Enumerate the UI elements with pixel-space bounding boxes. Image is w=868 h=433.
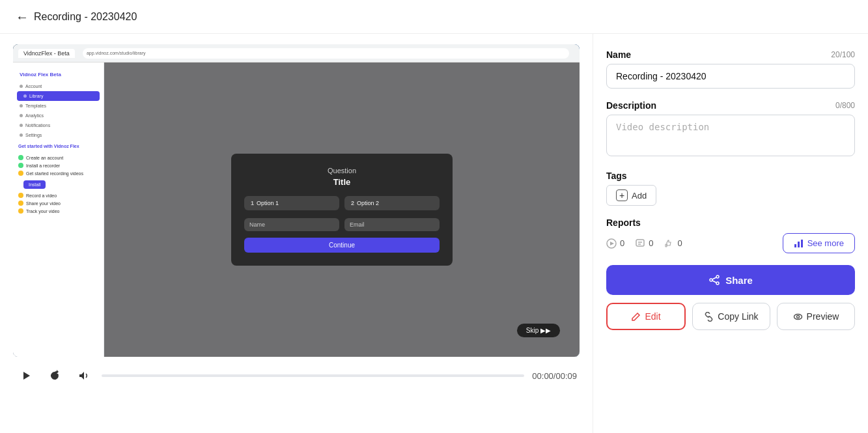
fake-modal: Question Title 1 Option 1 2 Op	[231, 154, 453, 266]
fake-sidebar-library: Library	[17, 91, 100, 101]
fake-email-input: Email	[344, 218, 440, 231]
svg-rect-3	[636, 240, 644, 246]
play-button[interactable]	[16, 365, 36, 386]
reports-header: Reports	[606, 217, 855, 228]
video-player[interactable]: VidnozFlex - Beta app.vidnoz.com/studio/…	[13, 44, 580, 357]
fake-step-5: Share your video	[18, 199, 98, 207]
fake-sidebar-logo: Vidnoz Flex Beta	[13, 68, 104, 81]
fake-modal-overlay: Question Title 1 Option 1 2 Op	[104, 63, 580, 357]
name-label: Name	[606, 49, 631, 60]
fake-modal-question-label: Question	[244, 167, 440, 175]
fake-sidebar-templates: Templates	[13, 101, 104, 111]
description-count: 0/800	[835, 101, 855, 110]
fake-modal-title: Title	[244, 177, 440, 187]
fake-app-body: Vidnoz Flex Beta Account Library Templat…	[13, 63, 580, 357]
name-input[interactable]	[606, 64, 855, 89]
action-buttons-row: Edit Copy Link Preview	[606, 303, 855, 330]
svg-point-12	[716, 282, 719, 285]
svg-point-11	[710, 279, 712, 281]
main-layout: VidnozFlex - Beta app.vidnoz.com/studio/…	[0, 34, 868, 433]
bar-chart-icon	[794, 238, 804, 248]
description-textarea[interactable]	[606, 115, 855, 156]
fake-option-1: 1 Option 1	[244, 196, 339, 210]
tags-field-header: Tags	[606, 171, 855, 181]
fake-modal-options: 1 Option 1 2 Option 2	[244, 196, 440, 210]
video-content: VidnozFlex - Beta app.vidnoz.com/studio/…	[13, 44, 580, 357]
comment-count-value: 0	[649, 238, 653, 248]
play-count: 0	[606, 238, 624, 249]
fake-sidebar: Vidnoz Flex Beta Account Library Templat…	[13, 63, 104, 357]
fake-install-button: Install	[23, 180, 46, 189]
comment-count: 0	[635, 238, 653, 249]
reports-row: 0 0 0	[606, 233, 855, 253]
share-label: Share	[725, 275, 753, 286]
svg-rect-9	[801, 240, 803, 247]
fake-step-1: Create an account	[18, 154, 98, 161]
fake-sidebar-account: Account	[13, 81, 104, 91]
see-more-label: See more	[807, 238, 844, 248]
svg-line-14	[712, 281, 716, 283]
edit-button[interactable]: Edit	[606, 303, 686, 330]
replay-button[interactable]	[44, 365, 65, 386]
description-field-group: Description 0/800	[606, 100, 855, 159]
fake-step-2: Install a recorder	[18, 161, 98, 169]
fake-main-content: Question Title 1 Option 1 2 Op	[104, 63, 580, 357]
fake-skip-btn: Skip ▶▶	[517, 324, 560, 337]
svg-point-15	[794, 314, 802, 319]
fake-option-2: 2 Option 2	[344, 196, 440, 210]
edit-icon	[631, 312, 641, 322]
like-icon	[664, 238, 674, 249]
time-display: 00:00/00:09	[532, 371, 577, 381]
preview-button[interactable]: Preview	[777, 303, 855, 330]
fake-browser-tab: VidnozFlex - Beta	[18, 49, 75, 58]
volume-button[interactable]	[73, 365, 94, 386]
fake-url-bar: app.vidnoz.com/studio/library	[83, 48, 569, 59]
svg-rect-7	[794, 244, 796, 247]
play-icon	[606, 238, 617, 249]
svg-line-13	[712, 277, 716, 279]
fake-modal-inputs: Name Email	[244, 218, 440, 231]
svg-point-16	[796, 315, 799, 318]
svg-marker-0	[23, 372, 30, 380]
page-title: Recording - 20230420	[34, 11, 137, 23]
plus-icon: +	[616, 189, 628, 201]
edit-label: Edit	[645, 311, 660, 322]
svg-rect-6	[665, 244, 667, 247]
copy-link-label: Copy Link	[718, 311, 758, 322]
progress-bar[interactable]	[102, 374, 524, 377]
fake-sidebar-notifications: Notifications	[13, 120, 104, 130]
svg-marker-2	[610, 242, 614, 245]
fake-sidebar-settings: Settings	[13, 130, 104, 140]
fake-step-4: Record a video	[18, 191, 98, 199]
svg-point-10	[716, 275, 719, 278]
video-section: VidnozFlex - Beta app.vidnoz.com/studio/…	[0, 34, 593, 433]
copy-link-button[interactable]: Copy Link	[692, 303, 770, 330]
add-tag-button[interactable]: + Add	[606, 185, 656, 206]
back-arrow-icon: ←	[16, 10, 29, 23]
tags-label: Tags	[606, 171, 627, 181]
svg-rect-8	[798, 242, 800, 247]
share-button[interactable]: Share	[606, 265, 855, 295]
fake-name-input: Name	[244, 218, 339, 231]
fake-sidebar-analytics: Analytics	[13, 111, 104, 120]
description-field-header: Description 0/800	[606, 100, 855, 111]
name-field-header: Name 20/100	[606, 49, 855, 60]
fake-step-3: Get started recording videos	[18, 169, 98, 177]
tags-field-group: Tags + Add	[606, 171, 855, 206]
share-icon	[708, 274, 720, 286]
fake-continue-btn: Continue	[244, 238, 440, 253]
like-count-value: 0	[677, 238, 682, 248]
right-panel: Name 20/100 Description 0/800 Tags + Add	[593, 34, 868, 433]
link-icon	[704, 312, 714, 322]
play-count-value: 0	[620, 238, 624, 248]
description-label: Description	[606, 100, 656, 111]
name-field-group: Name 20/100	[606, 49, 855, 89]
back-button[interactable]: ← Recording - 20230420	[16, 10, 137, 23]
see-more-button[interactable]: See more	[783, 233, 855, 253]
name-count: 20/100	[831, 50, 855, 59]
reports-label: Reports	[606, 217, 641, 228]
fake-steps: Create an account Install a recorder Get…	[13, 152, 104, 216]
preview-label: Preview	[807, 311, 839, 322]
comment-icon	[635, 238, 645, 249]
video-controls: 00:00/00:09	[13, 357, 580, 388]
